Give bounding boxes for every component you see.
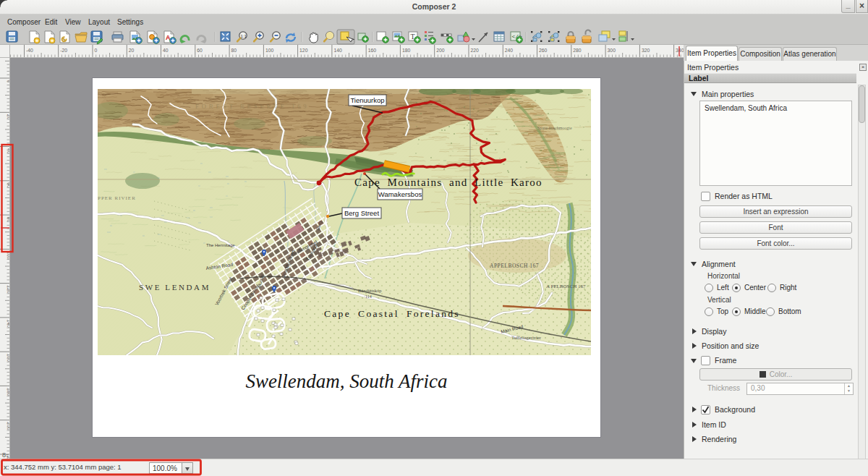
svg-text:120: 120 bbox=[299, 48, 308, 53]
svg-text:200: 200 bbox=[436, 48, 445, 53]
svg-text:-20: -20 bbox=[60, 48, 67, 53]
svg-text:Bandietskop: Bandietskop bbox=[358, 288, 382, 293]
svg-text:Tienuurkop: Tienuurkop bbox=[350, 96, 384, 104]
svg-text:PPER RIVIER: PPER RIVIER bbox=[98, 195, 136, 201]
svg-text:Tuffeliagerivier: Tuffeliagerivier bbox=[511, 335, 542, 340]
svg-text:-40: -40 bbox=[26, 48, 33, 53]
svg-text:·114: ·114 bbox=[364, 294, 372, 299]
svg-text:320: 320 bbox=[642, 48, 650, 53]
svg-text:60: 60 bbox=[197, 48, 203, 53]
svg-text:The Hermitage: The Hermitage bbox=[206, 243, 235, 247]
svg-text:260: 260 bbox=[539, 48, 548, 53]
svg-text:300: 300 bbox=[608, 48, 616, 53]
svg-text:40: 40 bbox=[163, 48, 169, 53]
svg-text:280: 280 bbox=[573, 48, 582, 53]
svg-text:160: 160 bbox=[368, 48, 377, 53]
svg-text:Spare-noschmoogte: Spare-noschmoogte bbox=[537, 126, 572, 130]
svg-text:100: 100 bbox=[265, 48, 274, 53]
svg-text:Wamakersbos: Wamakersbos bbox=[378, 190, 422, 198]
svg-text:240: 240 bbox=[505, 48, 514, 53]
svg-text:Cape Mountains and Little Karo: Cape Mountains and Little Karoo bbox=[354, 177, 542, 188]
svg-text:80: 80 bbox=[231, 48, 237, 53]
svg-text:1:1: 1:1 bbox=[241, 34, 247, 38]
svg-text:A PELBOSCH 167: A PELBOSCH 167 bbox=[546, 284, 586, 289]
svg-text:180: 180 bbox=[402, 48, 411, 53]
svg-text:140: 140 bbox=[333, 48, 342, 53]
svg-text:220: 220 bbox=[471, 48, 480, 53]
svg-text:FOREST RESERVE 169: FOREST RESERVE 169 bbox=[195, 103, 310, 110]
svg-text:20: 20 bbox=[129, 48, 135, 53]
svg-text:0: 0 bbox=[95, 48, 98, 53]
svg-text:SWE LENDAM: SWE LENDAM bbox=[139, 283, 210, 292]
svg-text:APPELBOSCH 167: APPELBOSCH 167 bbox=[490, 263, 539, 269]
svg-text:Cape Coastal Forelands: Cape Coastal Forelands bbox=[324, 308, 460, 319]
svg-text:Berg Street: Berg Street bbox=[344, 209, 379, 217]
